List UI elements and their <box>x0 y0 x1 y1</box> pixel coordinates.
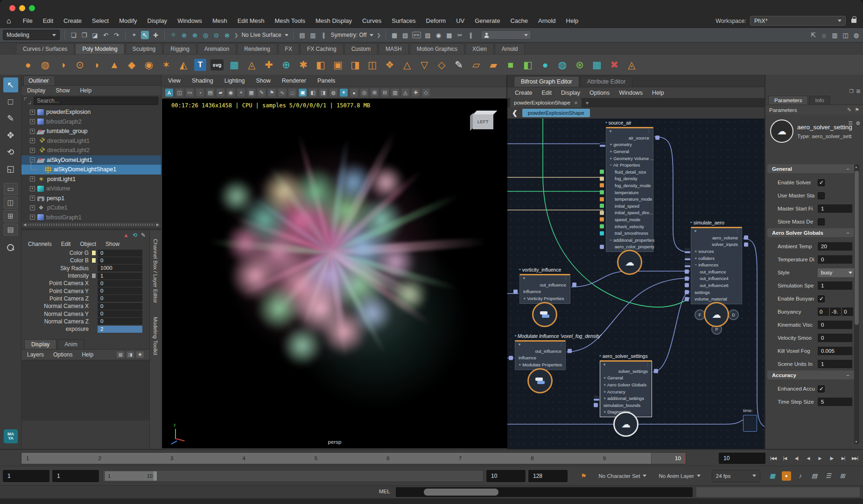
node-aero-solver-settings[interactable]: aero_solver_settings ▼⋮ solver_settings+… <box>600 360 652 417</box>
node-port-row[interactable]: speed_mode <box>606 216 653 223</box>
channel-box-menu[interactable]: Edit <box>61 241 71 247</box>
frame-tick[interactable]: 3 <box>170 455 173 461</box>
playback-button[interactable]: ▶▶| <box>849 452 860 464</box>
outliner-item-directionalLight1[interactable]: +directionalLight1 <box>21 136 161 146</box>
playback-button[interactable]: ▶| <box>838 452 849 464</box>
channel-row[interactable]: Point Camera X0 <box>21 280 147 287</box>
Kinematic Visc-field[interactable]: 0 <box>818 321 852 329</box>
outliner-menu[interactable]: Show <box>56 87 70 94</box>
port-blue[interactable] <box>685 297 689 301</box>
bifrost-menu[interactable]: Edit <box>542 90 552 96</box>
single-pane-layout-button[interactable]: ▭ <box>4 183 18 195</box>
node-port-row[interactable]: aero_volume <box>691 234 742 241</box>
layer-menu[interactable]: Help <box>82 351 93 358</box>
back-icon[interactable]: ❮ <box>512 109 518 117</box>
ambient-occlusion-icon[interactable]: ☀ <box>340 89 348 97</box>
poly-cone-icon[interactable]: ▲ <box>108 58 121 72</box>
calculator-icon[interactable]: ▦ <box>228 58 241 72</box>
output-operations-icon[interactable]: ▥ <box>309 31 317 39</box>
four-pane-layout-button[interactable]: ⊞ <box>4 210 18 222</box>
channel-value-field[interactable]: 0 <box>98 295 142 302</box>
playback-start-field[interactable]: 1 <box>52 470 99 482</box>
current-time-marker[interactable] <box>685 453 686 464</box>
paint-select-tool[interactable]: ✎ <box>3 111 18 126</box>
Kill Voxel Fog-field[interactable]: 0.005 <box>818 347 852 355</box>
svg-tool-icon[interactable]: svg <box>210 59 224 70</box>
bifrost-menu[interactable]: Windows <box>619 90 643 96</box>
textured-icon[interactable]: ◧ <box>309 89 317 97</box>
paint-effects-icon[interactable]: ✂ <box>456 31 464 39</box>
menu-item[interactable]: Mesh Tools <box>269 17 310 24</box>
parameters-tab[interactable]: Parameters <box>768 96 808 105</box>
port-blue[interactable] <box>685 290 689 294</box>
node-port-row[interactable]: initial_speed <box>606 203 653 210</box>
undo-icon[interactable]: ↶ <box>102 31 110 39</box>
film-icon[interactable]: ◬ <box>401 89 409 97</box>
Enhanced Accu-checkbox[interactable] <box>818 385 825 392</box>
outliner-item-aiSkyDomeLight1[interactable]: −aiSkyDomeLight1 <box>21 155 161 165</box>
hud-icon[interactable]: ◇ <box>422 89 430 97</box>
port-blue[interactable] <box>685 249 690 253</box>
light-editor-icon[interactable]: ▩ <box>445 31 453 39</box>
mirror-icon[interactable]: ◧ <box>314 58 327 72</box>
playback-button[interactable]: ◀ <box>803 452 814 464</box>
curve-display-icon[interactable]: ∿ <box>278 89 286 97</box>
port-blue[interactable] <box>509 356 513 360</box>
filter-icon[interactable] <box>24 98 31 104</box>
channel-row[interactable]: Color B0 <box>21 257 147 264</box>
layer-editor-tab[interactable]: Display <box>24 339 56 349</box>
port-blue[interactable] <box>685 276 689 280</box>
playback-button[interactable]: ▶ <box>814 452 825 464</box>
channel-row[interactable]: Sky Radius1000 <box>21 265 147 272</box>
menu-item[interactable]: Surfaces <box>386 17 421 24</box>
outliner-search-input[interactable] <box>34 97 158 105</box>
Buoyancy-field[interactable]: 0 <box>818 308 829 316</box>
reduce-icon[interactable]: ▽ <box>418 58 431 72</box>
safe-action-icon[interactable]: ✎ <box>258 89 266 97</box>
channel-value-field[interactable]: 2 <box>98 326 142 333</box>
sort-icon[interactable]: ⇱ <box>809 31 817 39</box>
parameters-scrollbar[interactable]: ▲▼ <box>854 164 859 444</box>
multi-cut-icon[interactable]: ▣ <box>331 58 344 72</box>
node-port-row[interactable]: out_influence <box>691 268 742 275</box>
animation-end-field[interactable]: 128 <box>528 470 568 482</box>
node-port-row[interactable]: + General <box>600 375 652 382</box>
Temperature Di-field[interactable]: 0 <box>818 255 852 264</box>
undock-panel-icon[interactable]: ❐ <box>849 89 854 94</box>
node-port-row[interactable]: + sources <box>691 248 742 255</box>
shelf-tab[interactable]: XGen <box>465 43 494 54</box>
channel-box-menu[interactable]: Show <box>105 241 119 247</box>
channel-value-field[interactable]: 0 <box>98 250 142 257</box>
snap-view-plane-icon[interactable]: ⊙ <box>212 31 220 39</box>
playback-button[interactable]: |◀◀ <box>768 452 779 464</box>
xray-icon[interactable]: ⊞ <box>371 89 379 97</box>
motion-blur-icon[interactable]: ● <box>350 89 358 97</box>
time-slider[interactable]: 12345678910 <box>21 452 686 464</box>
select-object-icon[interactable]: ↖ <box>141 31 149 39</box>
extrude-icon[interactable]: ❖ <box>383 58 396 72</box>
expand-icon[interactable]: + <box>30 215 35 220</box>
menu-icon[interactable]: ☰ <box>848 120 853 126</box>
open-scene-icon[interactable]: ❐ <box>80 31 88 39</box>
viewport-menu[interactable]: Lighting <box>225 77 245 84</box>
viewport-menu[interactable]: Renderer <box>282 77 306 84</box>
Style-select[interactable]: busy <box>818 268 855 277</box>
toggle-panel-right-icon[interactable]: ◫ <box>842 31 849 39</box>
node-source-air[interactable]: source_air ▼⋮ air_source+ geometry+ Gene… <box>606 127 653 252</box>
port-orange[interactable] <box>600 217 604 222</box>
rotate-tool[interactable]: ⟲ <box>3 145 18 160</box>
channel-row[interactable]: Color G0 <box>21 249 147 257</box>
port-blue[interactable] <box>685 270 689 274</box>
node-port-row[interactable]: fluid_detail_size <box>606 168 653 175</box>
anim-layer-select[interactable]: No Anim Layer <box>659 473 700 479</box>
bifrost-menu[interactable]: Display <box>561 90 580 96</box>
collapse-icon[interactable]: ▼ <box>694 229 697 233</box>
add-divisions-icon[interactable]: ✚ <box>262 58 275 72</box>
auto-keyframe-icon[interactable]: ● <box>782 471 791 481</box>
select-component-icon[interactable]: ✚ <box>152 31 160 39</box>
menu-item[interactable]: Cache <box>505 17 533 24</box>
node-port-row[interactable]: + geometry <box>606 141 653 148</box>
lasso-tool[interactable]: □ <box>3 94 18 109</box>
uv-snapshot-icon[interactable]: ▰ <box>487 58 500 72</box>
port-teal[interactable] <box>600 231 604 235</box>
